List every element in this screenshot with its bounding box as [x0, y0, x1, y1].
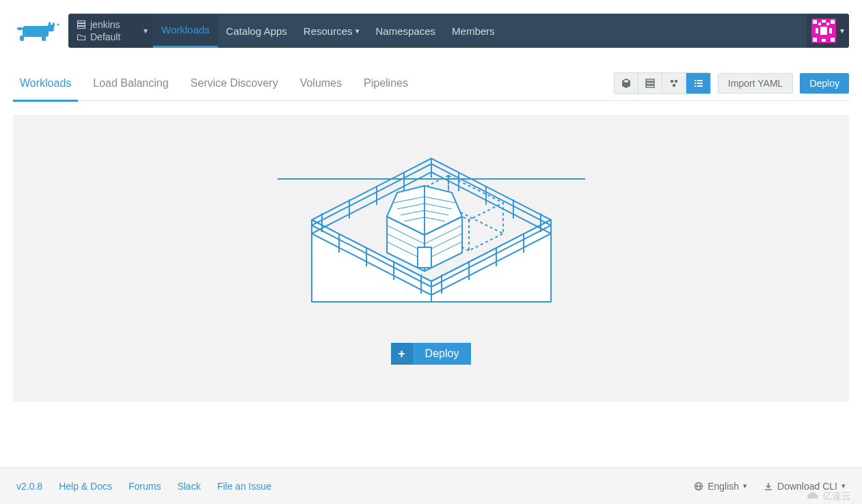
version: v2.0.8 — [16, 481, 42, 492]
view-list-button[interactable] — [686, 73, 710, 94]
plus-icon: + — [391, 343, 413, 365]
chevron-down-icon: ▾ — [743, 481, 747, 490]
tab-workloads[interactable]: Workloads — [13, 66, 78, 100]
svg-rect-0 — [23, 26, 49, 37]
tab-service-discovery[interactable]: Service Discovery — [184, 66, 285, 100]
download-cli[interactable]: Download CLI ▾ — [764, 481, 846, 492]
svg-rect-1 — [20, 36, 24, 41]
tab-pipelines[interactable]: Pipelines — [357, 66, 415, 100]
nav-label: Workloads — [161, 24, 210, 36]
svg-rect-30 — [697, 80, 703, 81]
svg-rect-14 — [818, 23, 821, 25]
svg-rect-19 — [820, 27, 827, 35]
nav-label: Resources — [304, 25, 353, 37]
svg-point-7 — [57, 24, 59, 26]
svg-rect-20 — [813, 38, 817, 42]
nav-resources[interactable]: Resources ▾ — [295, 14, 368, 48]
svg-rect-5 — [53, 23, 55, 27]
svg-rect-4 — [17, 27, 23, 30]
tabs: Workloads Load Balancing Service Discove… — [13, 66, 415, 100]
footer-slack[interactable]: Slack — [177, 481, 200, 492]
view-pods-button[interactable] — [662, 73, 686, 94]
deploy-cta[interactable]: + Deploy — [391, 343, 472, 365]
tab-label: Volumes — [300, 77, 342, 89]
deploy-button[interactable]: Deploy — [800, 73, 849, 94]
svg-rect-17 — [816, 28, 818, 33]
svg-point-28 — [673, 83, 675, 86]
top-nav: Workloads Catalog Apps Resources ▾ Names… — [153, 14, 503, 48]
svg-rect-15 — [826, 23, 829, 25]
svg-rect-13 — [831, 20, 835, 24]
button-label: Import YAML — [728, 78, 783, 89]
list-icon — [693, 78, 704, 89]
svg-rect-22 — [822, 39, 826, 42]
stack-icon — [77, 20, 86, 29]
svg-rect-2 — [42, 36, 46, 41]
svg-rect-33 — [695, 85, 696, 87]
project-switcher[interactable]: jenkins Default ▾ — [68, 14, 153, 48]
nav-namespaces[interactable]: Namespaces — [368, 14, 444, 48]
svg-rect-25 — [646, 85, 654, 87]
svg-rect-8 — [78, 21, 85, 23]
rancher-logo — [13, 18, 62, 44]
subbar: Workloads Load Balancing Service Discove… — [13, 66, 849, 101]
footer: v2.0.8 Help & Docs Forums Slack File an … — [0, 467, 862, 504]
download-icon — [764, 481, 773, 491]
svg-rect-3 — [47, 25, 54, 31]
globe-icon — [694, 481, 703, 491]
svg-point-27 — [675, 79, 677, 82]
pods-icon — [669, 78, 679, 89]
svg-rect-6 — [49, 22, 51, 26]
nav-workloads[interactable]: Workloads — [153, 14, 218, 48]
profile-menu[interactable]: ▾ — [807, 14, 849, 48]
chevron-down-icon: ▾ — [841, 481, 846, 490]
svg-rect-29 — [695, 80, 696, 81]
footer-file-issue[interactable]: File an Issue — [217, 481, 271, 492]
svg-rect-31 — [695, 83, 696, 84]
stack-icon — [645, 78, 656, 89]
namespace-name: Default — [90, 31, 120, 43]
svg-rect-32 — [697, 83, 703, 84]
tab-load-balancing[interactable]: Load Balancing — [86, 66, 175, 100]
main-content: + Deploy — [13, 115, 849, 402]
svg-rect-18 — [829, 28, 832, 33]
tab-label: Service Discovery — [191, 77, 278, 89]
avatar — [811, 18, 836, 43]
nav-label: Members — [452, 25, 495, 37]
chevron-down-icon: ▾ — [840, 26, 844, 36]
svg-rect-9 — [78, 24, 85, 26]
svg-rect-21 — [831, 38, 835, 42]
view-toggle-group — [614, 72, 711, 94]
svg-point-26 — [671, 79, 673, 82]
nav-members[interactable]: Members — [444, 14, 503, 48]
svg-rect-16 — [822, 20, 826, 23]
footer-forums[interactable]: Forums — [129, 481, 161, 492]
empty-state-illustration — [278, 152, 585, 309]
svg-rect-10 — [78, 27, 85, 29]
deploy-cta-label: Deploy — [413, 343, 472, 365]
chevron-down-icon: ▾ — [355, 27, 360, 36]
tab-label: Load Balancing — [93, 77, 168, 89]
view-flat-button[interactable] — [615, 73, 638, 94]
project-name: jenkins — [90, 18, 120, 31]
nav-label: Namespaces — [376, 25, 436, 37]
language-label: English — [708, 481, 739, 492]
toolbar: Import YAML Deploy — [614, 72, 849, 94]
tab-label: Workloads — [20, 77, 71, 89]
tab-label: Pipelines — [364, 77, 408, 89]
import-yaml-button[interactable]: Import YAML — [718, 73, 793, 94]
cube-icon — [621, 78, 632, 89]
svg-rect-34 — [697, 85, 703, 87]
header: jenkins Default ▾ Workloads Catalog Apps… — [68, 14, 849, 48]
footer-help-docs[interactable]: Help & Docs — [59, 481, 112, 492]
nav-catalog-apps[interactable]: Catalog Apps — [218, 14, 295, 48]
chevron-down-icon: ▾ — [144, 26, 148, 36]
svg-rect-86 — [418, 247, 431, 268]
button-label: Deploy — [809, 78, 839, 89]
tab-volumes[interactable]: Volumes — [293, 66, 349, 100]
language-switcher[interactable]: English ▾ — [694, 481, 747, 492]
svg-rect-12 — [813, 20, 817, 24]
nav-label: Catalog Apps — [226, 25, 287, 37]
download-label: Download CLI — [777, 481, 837, 492]
view-stack-button[interactable] — [638, 73, 662, 94]
